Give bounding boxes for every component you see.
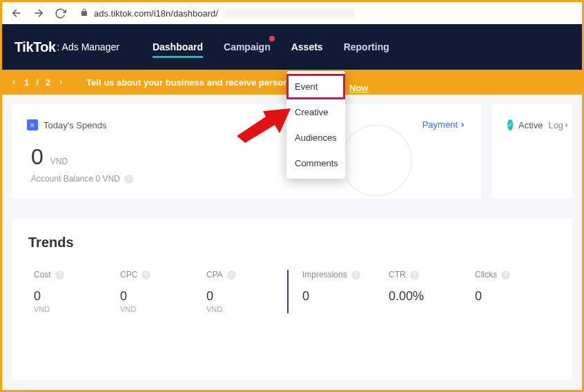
trend-value: 0 bbox=[120, 289, 195, 304]
help-icon[interactable]: ? bbox=[124, 175, 133, 184]
trend-label: Clicks bbox=[475, 270, 497, 280]
browser-reload-button[interactable] bbox=[55, 8, 66, 19]
trend-col-cpa[interactable]: CPA? 0 VND bbox=[201, 270, 287, 313]
promo-counter-current: 1 bbox=[24, 77, 29, 88]
promo-message: Tell us about your business and receive … bbox=[86, 77, 308, 88]
trend-value: 0 bbox=[206, 289, 282, 304]
chart-placeholder-circle bbox=[340, 124, 412, 196]
promo-counter-slash: / bbox=[36, 77, 39, 88]
browser-chrome-bar: ads.tiktok.com/i18n/dashboard/ bbox=[2, 2, 582, 24]
menu-item-creative[interactable]: Creative bbox=[286, 99, 345, 125]
help-icon[interactable]: ? bbox=[55, 271, 64, 280]
menu-item-audiences[interactable]: Audiences bbox=[286, 125, 345, 150]
spends-icon: ≡ bbox=[27, 119, 38, 130]
browser-url-bar[interactable]: ads.tiktok.com/i18n/dashboard/ bbox=[76, 8, 574, 19]
help-icon[interactable]: ? bbox=[410, 271, 419, 280]
trends-grid: Cost? 0 VND CPC? 0 VND CPA? 0 VND Impres… bbox=[28, 270, 556, 313]
trend-label: Cost bbox=[34, 270, 51, 280]
assets-dropdown-menu: Event Creative Audiences Comments bbox=[286, 71, 345, 179]
trends-card: Trends Cost? 0 VND CPC? 0 VND CPA? 0 VND… bbox=[12, 218, 572, 380]
spend-value: 0 bbox=[31, 144, 43, 170]
spend-unit: VND bbox=[50, 157, 68, 166]
top-navigation: TikTok : Ads Manager Dashboard Campaign … bbox=[2, 24, 582, 70]
menu-item-event[interactable]: Event bbox=[286, 74, 345, 99]
trend-col-ctr[interactable]: CTR? 0.00% bbox=[383, 270, 469, 313]
status-label: Active bbox=[518, 120, 543, 130]
spends-title: Today's Spends bbox=[43, 120, 106, 130]
trend-value: 0.00% bbox=[389, 289, 464, 304]
trend-label: CPA bbox=[206, 270, 223, 280]
promo-next-icon[interactable] bbox=[57, 77, 64, 88]
chevron-right-icon bbox=[459, 121, 466, 128]
trend-value: 0 bbox=[302, 289, 378, 304]
trend-unit: VND bbox=[206, 305, 282, 313]
payment-link[interactable]: Payment bbox=[422, 119, 466, 130]
nav-links: Dashboard Campaign Assets Reporting bbox=[153, 26, 389, 68]
trend-col-clicks[interactable]: Clicks? 0 bbox=[469, 270, 556, 313]
trend-col-cpc[interactable]: CPC? 0 VND bbox=[115, 270, 201, 313]
trend-col-cost[interactable]: Cost? 0 VND bbox=[28, 270, 115, 313]
trend-label: Impressions bbox=[302, 270, 347, 280]
trend-value: 0 bbox=[34, 289, 109, 304]
nav-assets[interactable]: Assets bbox=[291, 26, 323, 68]
log-link[interactable]: Log bbox=[548, 120, 570, 130]
browser-back-button[interactable] bbox=[10, 7, 23, 19]
active-status-icon: ✓ bbox=[507, 119, 513, 130]
nav-campaign[interactable]: Campaign bbox=[224, 26, 271, 68]
lock-icon bbox=[80, 8, 88, 19]
status-card: ✓ Active Log bbox=[492, 104, 572, 199]
chevron-right-icon bbox=[563, 122, 570, 128]
promo-prev-icon[interactable] bbox=[10, 77, 17, 88]
trend-unit: VND bbox=[34, 305, 109, 313]
url-text: ads.tiktok.com/i18n/dashboard/ bbox=[94, 8, 218, 19]
nav-dashboard[interactable]: Dashboard bbox=[153, 26, 203, 68]
trend-value: 0 bbox=[475, 289, 550, 304]
help-icon[interactable]: ? bbox=[142, 271, 150, 280]
tiktok-logo: TikTok : Ads Manager bbox=[14, 39, 119, 55]
trend-unit: VND bbox=[120, 305, 195, 313]
balance-label: Account Balance 0 VND bbox=[31, 174, 120, 184]
help-icon[interactable]: ? bbox=[501, 271, 510, 280]
promo-cta-link-fragment[interactable]: Now bbox=[349, 83, 368, 93]
browser-forward-button[interactable] bbox=[32, 7, 45, 19]
promo-counter-total: 2 bbox=[46, 77, 50, 88]
trend-label: CPC bbox=[120, 270, 137, 280]
trends-title: Trends bbox=[28, 235, 556, 251]
trend-label: CTR bbox=[389, 270, 406, 280]
logo-brand: TikTok bbox=[14, 39, 56, 55]
url-blurred-segment bbox=[224, 8, 355, 18]
help-icon[interactable]: ? bbox=[351, 271, 360, 280]
nav-reporting[interactable]: Reporting bbox=[344, 26, 389, 68]
spends-card: ≡ Today's Spends Payment 0 VND Account B… bbox=[12, 104, 481, 199]
logo-suffix: : Ads Manager bbox=[57, 41, 119, 52]
help-icon[interactable]: ? bbox=[227, 271, 236, 280]
menu-item-comments[interactable]: Comments bbox=[286, 150, 345, 176]
trend-col-impressions[interactable]: Impressions? 0 bbox=[287, 270, 383, 313]
